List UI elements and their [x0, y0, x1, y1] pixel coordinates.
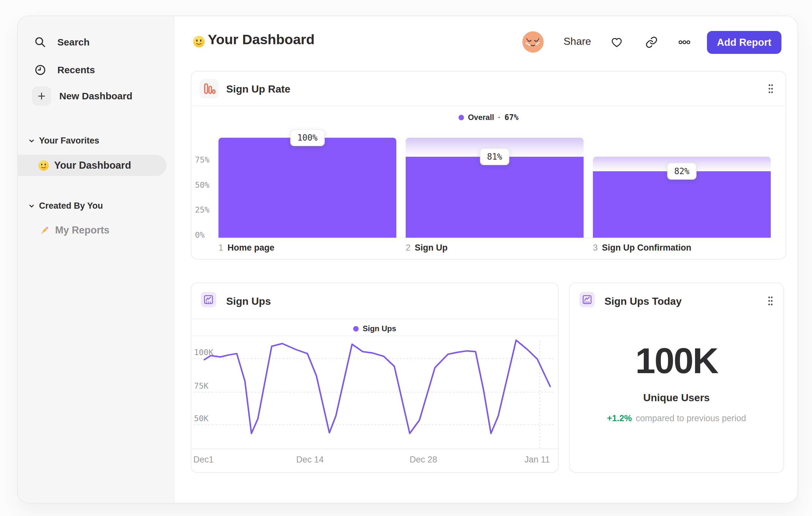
- pencil-emoji: [39, 225, 50, 236]
- main-content: Your Dashboard Share: [174, 16, 798, 503]
- line-chart-icon: [579, 292, 595, 307]
- chevron-down-icon: [28, 137, 35, 144]
- step-index: 1: [219, 243, 223, 253]
- card-title: Sign Up Rate: [226, 83, 290, 95]
- divider: [192, 105, 786, 106]
- x-axis-tick: Dec 28: [410, 455, 437, 464]
- sidebar-item-recents[interactable]: Recents: [34, 62, 95, 78]
- x-axis-tick: Dec 14: [296, 455, 324, 464]
- sidebar-item-your-dashboard[interactable]: Your Dashboard: [18, 155, 167, 176]
- delta-badge: +1.2%: [607, 413, 632, 424]
- section-title: Created By You: [39, 201, 103, 211]
- sidebar-item-new-dashboard[interactable]: New Dashboard: [32, 88, 133, 105]
- sign-ups-today-card: Sign Ups Today 100K Unique Users +1.2% c…: [569, 282, 784, 473]
- sign-ups-line-plot: [192, 283, 559, 473]
- funnel-bar: [219, 138, 396, 238]
- funnel-step-label: 3Sign Up Confirmation: [593, 243, 692, 253]
- drag-handle-icon[interactable]: [767, 295, 774, 306]
- y-axis-tick: 25%: [195, 205, 221, 215]
- sidebar-section-your-favorites[interactable]: Your Favorites: [28, 136, 99, 146]
- card-title: Sign Ups Today: [605, 295, 682, 307]
- sidebar-item-label: Search: [57, 37, 90, 48]
- funnel-bar: [406, 157, 584, 238]
- conversion-badge: 81%: [480, 148, 510, 165]
- legend-separator: ·: [498, 113, 501, 122]
- search-icon: [34, 36, 47, 49]
- funnel-legend[interactable]: Overall · 67%: [192, 112, 786, 123]
- legend-dot: [459, 115, 464, 120]
- stat-value: 100K: [570, 340, 783, 382]
- sidebar: Search Recents New Dashboard: [18, 16, 174, 503]
- copy-link-icon[interactable]: [645, 35, 658, 49]
- y-axis-tick: 75%: [195, 155, 221, 165]
- delta-note: compared to previous period: [636, 413, 746, 424]
- share-button[interactable]: Share: [563, 35, 591, 47]
- legend-label: Overall: [468, 113, 494, 122]
- section-title: Your Favorites: [39, 136, 99, 146]
- y-axis-tick: 0%: [195, 230, 221, 240]
- x-axis-line: [192, 449, 558, 449]
- step-name: Sign Up Confirmation: [602, 243, 691, 253]
- stat-delta-row: +1.2% compared to previous period: [570, 413, 783, 424]
- conversion-badge: 100%: [290, 129, 325, 146]
- chevron-down-icon: [28, 202, 35, 210]
- sidebar-item-label: Recents: [57, 64, 95, 76]
- sidebar-item-search[interactable]: Search: [34, 34, 90, 51]
- step-name: Sign Up: [415, 243, 447, 253]
- app-window: Search Recents New Dashboard: [17, 16, 798, 504]
- x-axis-line: [219, 238, 771, 238]
- sidebar-item-label: Your Dashboard: [54, 160, 131, 171]
- plus-icon: [32, 86, 51, 106]
- more-options-icon[interactable]: [678, 35, 691, 49]
- funnel-step-label: 2Sign Up: [406, 243, 447, 253]
- legend-value: 67%: [504, 113, 518, 122]
- smiley-emoji: [38, 160, 49, 171]
- sidebar-section-created-by-you[interactable]: Created By You: [28, 201, 103, 211]
- page-title: Your Dashboard: [208, 32, 315, 47]
- step-index: 2: [406, 243, 410, 253]
- funnel-bar: [593, 171, 771, 238]
- stat-unit-label: Unique Users: [570, 392, 783, 404]
- favorite-heart-button[interactable]: [610, 35, 624, 49]
- y-axis-tick: 50%: [195, 180, 221, 190]
- sidebar-item-label: My Reports: [55, 224, 110, 236]
- step-index: 3: [593, 243, 598, 253]
- x-axis-tick: Dec1: [193, 455, 214, 464]
- x-axis-tick: Jan 11: [524, 455, 550, 464]
- sidebar-item-my-reports[interactable]: My Reports: [39, 222, 110, 239]
- drag-handle-icon[interactable]: [767, 83, 774, 94]
- step-name: Home page: [228, 243, 274, 253]
- add-report-button[interactable]: Add Report: [707, 31, 781, 54]
- avatar[interactable]: [522, 31, 544, 53]
- funnel-chart-icon: [199, 79, 219, 98]
- sign-ups-card: Sign Ups Sign Ups 100K 75K 50K Dec1 Dec …: [191, 282, 559, 473]
- sidebar-item-label: New Dashboard: [59, 91, 133, 102]
- smiley-emoji: [192, 35, 205, 48]
- sign-up-rate-card: Sign Up Rate Overall · 67% 75% 50% 25% 0…: [191, 71, 786, 260]
- funnel-step-label: 1Home page: [219, 243, 274, 253]
- conversion-badge: 82%: [667, 163, 697, 180]
- clock-icon: [34, 63, 47, 76]
